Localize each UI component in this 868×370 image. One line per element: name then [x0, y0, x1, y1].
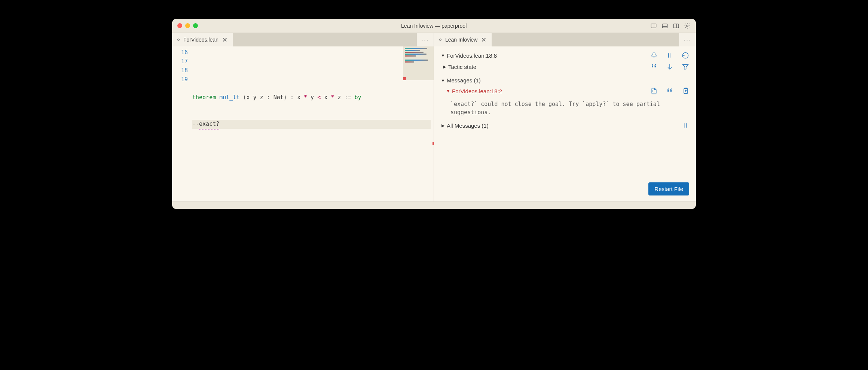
location-actions [650, 52, 689, 59]
svg-point-6 [687, 25, 688, 27]
tab-overflow-button[interactable]: ··· [416, 33, 434, 46]
all-messages-label[interactable]: All Messages (1) [447, 122, 489, 129]
pause-icon[interactable] [666, 52, 673, 59]
pause-icon[interactable] [682, 122, 689, 129]
minimap-error-marker [403, 77, 406, 80]
tab-forvideos[interactable]: ForVideos.lean [172, 33, 233, 46]
disclosure-right-icon[interactable]: ▶ [441, 123, 445, 128]
all-messages-row: ▶ All Messages (1) [441, 122, 689, 129]
messages-label[interactable]: Messages (1) [447, 77, 481, 84]
editor[interactable]: 16 17 18 19 theorem mul_lt (x y z : Nat)… [172, 46, 434, 201]
modified-indicator-icon [177, 39, 180, 41]
statusbar [172, 201, 696, 209]
refresh-icon[interactable] [682, 52, 689, 59]
body: ForVideos.lean ··· 16 17 18 19 theorem m… [172, 33, 696, 201]
line-number: 19 [172, 75, 188, 84]
all-messages-actions [682, 122, 689, 129]
code-line [192, 66, 434, 75]
modified-indicator-icon [439, 39, 441, 41]
window-title: Lean Infoview — paperproof [172, 23, 696, 29]
editor-tabbar: ForVideos.lean ··· [172, 33, 434, 46]
tab-overflow-button[interactable]: ··· [679, 33, 696, 46]
svg-rect-4 [673, 24, 679, 28]
warning-squiggle: exact? [199, 119, 219, 130]
tactic-state-row: ▶ Tactic state [442, 63, 689, 70]
error-row: ▼ ForVideos.lean:18:2 [446, 87, 689, 95]
infoview-pane: Lean Infoview ··· ▼ ForVideos.lean:18:8 [434, 33, 696, 201]
tab-label: Lean Infoview [445, 37, 477, 43]
layout-sidebar-left-icon[interactable] [650, 22, 657, 29]
tactic-state-label[interactable]: Tactic state [448, 64, 476, 70]
error-message: `exact?` could not close the goal. Try `… [450, 100, 689, 116]
arrow-down-icon[interactable] [666, 63, 673, 70]
filter-icon[interactable] [682, 63, 689, 70]
tab-label: ForVideos.lean [183, 37, 218, 43]
quote-icon[interactable] [666, 87, 673, 95]
location-label[interactable]: ForVideos.lean:18:8 [447, 52, 497, 59]
code[interactable]: theorem mul_lt (x y z : Nat) : x * y < x… [192, 46, 434, 201]
disclosure-down-icon[interactable]: ▼ [441, 78, 445, 83]
disclosure-down-icon[interactable]: ▼ [446, 89, 450, 93]
gear-icon[interactable] [684, 22, 691, 29]
editor-pane: ForVideos.lean ··· 16 17 18 19 theorem m… [172, 33, 434, 201]
svg-rect-0 [651, 24, 656, 28]
line-number: 18 [172, 66, 188, 75]
error-actions [650, 87, 689, 95]
titlebar: Lean Infoview — paperproof [172, 19, 696, 33]
gutter: 16 17 18 19 [172, 46, 192, 201]
line-number: 16 [172, 48, 188, 57]
svg-marker-15 [683, 64, 688, 69]
close-icon[interactable] [222, 37, 227, 42]
titlebar-actions [650, 22, 691, 29]
line-number: 17 [172, 57, 188, 66]
svg-rect-2 [662, 24, 667, 28]
code-line-current: ··exact? [192, 120, 431, 129]
window: Lean Infoview — paperproof ForVideos.lea… [172, 19, 696, 209]
clipboard-icon[interactable] [682, 87, 689, 95]
disclosure-right-icon[interactable]: ▶ [442, 64, 447, 69]
minimize-window-button[interactable] [185, 23, 190, 28]
goto-file-icon[interactable] [650, 87, 658, 95]
close-icon[interactable] [481, 37, 486, 42]
tactic-actions [650, 63, 689, 70]
code-line: theorem mul_lt (x y z : Nat) : x * y < x… [192, 93, 434, 102]
layout-sidebar-right-icon[interactable] [673, 22, 679, 29]
pin-icon[interactable] [650, 52, 658, 59]
tab-lean-infoview[interactable]: Lean Infoview [434, 33, 492, 46]
quote-icon[interactable] [650, 63, 658, 70]
disclosure-down-icon[interactable]: ▼ [441, 53, 445, 58]
traffic-lights [177, 23, 198, 28]
location-row: ▼ ForVideos.lean:18:8 [441, 52, 689, 59]
minimap[interactable] [403, 46, 434, 80]
error-location[interactable]: ForVideos.lean:18:2 [452, 88, 502, 94]
code-line [192, 147, 434, 156]
restart-file-button[interactable]: Restart File [648, 182, 689, 195]
infoview: ▼ ForVideos.lean:18:8 ▶ Tactic state [434, 46, 696, 201]
maximize-window-button[interactable] [193, 23, 198, 28]
close-window-button[interactable] [177, 23, 182, 28]
minimap-content [403, 46, 434, 65]
layout-panel-bottom-icon[interactable] [661, 22, 668, 29]
infoview-tabbar: Lean Infoview ··· [434, 33, 696, 46]
messages-row: ▼ Messages (1) [441, 77, 689, 84]
